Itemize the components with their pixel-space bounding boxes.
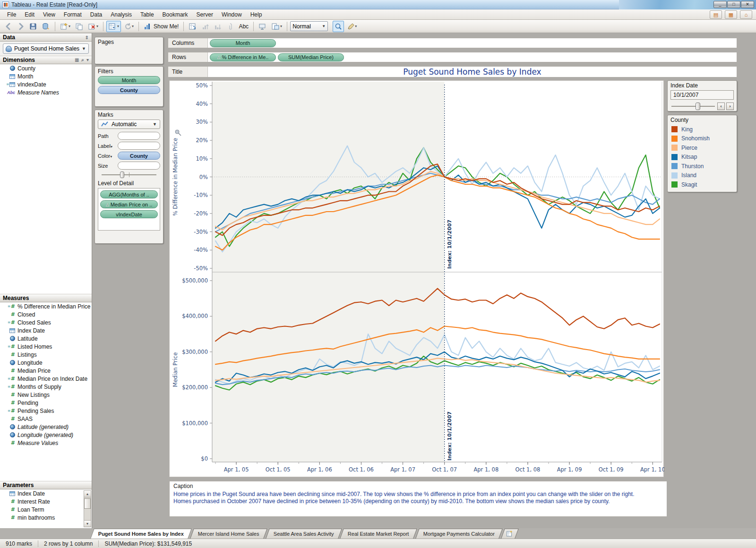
maximize-button[interactable]: □ xyxy=(727,1,740,8)
swap-rows-columns-button[interactable]: ▾ xyxy=(106,21,121,32)
dimension-month[interactable]: Month xyxy=(0,72,92,80)
parameter-index-date[interactable]: Index Date xyxy=(0,489,92,497)
parameters-header[interactable]: Parameters xyxy=(0,481,92,489)
page-setup-button[interactable]: ▾ xyxy=(269,21,284,32)
highlight-button[interactable] xyxy=(333,21,344,32)
parameter-min-bathrooms[interactable]: #min bathrooms xyxy=(0,514,92,522)
field-pill-median-price-on-[interactable]: △Median Price on .. xyxy=(100,200,158,208)
size-shelf[interactable] xyxy=(118,162,160,170)
label-shelf[interactable] xyxy=(118,142,160,150)
index-date-card[interactable]: Index Date 10/1/2007 ‹ › xyxy=(667,80,737,111)
measure-closed-sales[interactable]: =#Closed Sales xyxy=(0,318,92,326)
parameter-interest-rate[interactable]: #Interest Rate xyxy=(0,497,92,505)
duplicate-sheet-button[interactable] xyxy=(73,21,85,32)
dimensions-menu-icon[interactable]: ▾ xyxy=(86,57,89,63)
sort-datasources-icon[interactable]: ⇕ xyxy=(85,35,89,40)
measure-measure-values[interactable]: #Measure Values xyxy=(0,439,92,447)
measure-pending[interactable]: #Pending xyxy=(0,399,92,407)
save-button[interactable] xyxy=(27,21,39,32)
measure-longitude[interactable]: Longitude xyxy=(0,359,92,367)
caption-card[interactable]: Caption Home prices in the Puget Sound a… xyxy=(169,481,667,517)
index-date-slider[interactable] xyxy=(670,103,716,110)
annotate-button[interactable]: ▾ xyxy=(345,21,359,32)
measure-listings[interactable]: #Listings xyxy=(0,351,92,359)
sort-ascending-button[interactable] xyxy=(200,21,211,32)
sheet-tab-5[interactable]: Mortgage Payments Calculator xyxy=(415,529,503,539)
columns-shelf[interactable]: Columns Month xyxy=(168,38,737,48)
dimension-county[interactable]: County xyxy=(0,64,92,72)
menu-edit[interactable]: Edit xyxy=(20,10,39,19)
field-pill-county[interactable]: County xyxy=(98,86,160,94)
sheet-tab-4[interactable]: Real Estate Market Report xyxy=(340,529,417,539)
data-pane-header[interactable]: Data ⇕ xyxy=(0,33,92,42)
menu-format[interactable]: Format xyxy=(60,10,86,19)
measure-latitude-generated-[interactable]: Latitude (generated) xyxy=(0,423,92,431)
chart-view[interactable]: 50%40%30%20%10%0%-10%-20%-30%-40%-50%$50… xyxy=(169,80,664,477)
legend-item-kitsap[interactable]: Kitsap xyxy=(670,153,734,162)
measure-closed[interactable]: #Closed xyxy=(0,310,92,318)
marks-card[interactable]: Marks Automatic ▼ Path Label▾ Color▾ Cou… xyxy=(94,110,163,244)
new-worksheet-button[interactable]: ▾ xyxy=(58,21,72,32)
view-toggle-grid-icon[interactable]: ▦ xyxy=(725,10,737,19)
menu-table[interactable]: Table xyxy=(136,10,158,19)
parameters-scrollbar[interactable]: ▲ ▼ xyxy=(84,490,91,527)
view-toggle-list-icon[interactable]: ▤ xyxy=(710,10,722,19)
measure--difference-in-median-price[interactable]: =#% Difference in Median Price xyxy=(0,302,92,310)
dimensions-header[interactable]: Dimensions ▦ ⌕ ▾ xyxy=(0,56,92,64)
level-of-detail-shelf[interactable]: AGG(Months of ..△Median Price on ..vInde… xyxy=(98,188,160,231)
menu-view[interactable]: View xyxy=(39,10,60,19)
legend-item-pierce[interactable]: Pierce xyxy=(670,143,734,153)
scrollbar-thumb[interactable] xyxy=(84,498,91,509)
measure-longitude-generated-[interactable]: Longitude (generated) xyxy=(0,431,92,439)
measure-new-listings[interactable]: #New Listings xyxy=(0,391,92,399)
measure-latitude[interactable]: Latitude xyxy=(0,334,92,342)
sheet-tab-3[interactable]: Seattle Area Sales Activity xyxy=(266,529,342,539)
rows-shelf[interactable]: Rows △% Difference in Me..SUM(Median Pri… xyxy=(168,52,737,62)
county-legend[interactable]: County KingSnohomishPierceKitsapThurston… xyxy=(667,115,737,192)
back-button[interactable] xyxy=(3,21,14,32)
measure-pending-sales[interactable]: =#Pending Sales xyxy=(0,407,92,415)
clear-sheet-button[interactable]: ▾ xyxy=(86,21,100,32)
index-date-value[interactable]: 10/1/2007 xyxy=(670,90,734,100)
index-date-prev-button[interactable]: ‹ xyxy=(717,103,725,110)
view-data-icon[interactable]: ▦ xyxy=(75,57,79,63)
menu-analysis[interactable]: Analysis xyxy=(106,10,136,19)
dimension-measure-names[interactable]: AbcMeasure Names xyxy=(0,88,92,96)
field-pill-sum-median-price-[interactable]: SUM(Median Price) xyxy=(278,53,344,61)
home-icon[interactable]: ⌂ xyxy=(740,10,752,19)
index-date-next-button[interactable]: › xyxy=(726,103,734,110)
measure-listed-homes[interactable]: =#Listed Homes xyxy=(0,342,92,351)
menu-server[interactable]: Server xyxy=(192,10,217,19)
sort-descending-button[interactable] xyxy=(212,21,223,32)
legend-item-skagit[interactable]: Skagit xyxy=(670,180,734,189)
menu-bookmark[interactable]: Bookmark xyxy=(158,10,192,19)
menu-help[interactable]: Help xyxy=(246,10,266,19)
field-pill-vindexdate[interactable]: vIndexDate xyxy=(100,210,158,218)
color-shelf-pill[interactable]: County xyxy=(118,152,160,160)
field-pill-agg-months-of-[interactable]: AGG(Months of .. xyxy=(100,190,158,198)
group-members-button[interactable] xyxy=(224,21,236,32)
field-pill-month[interactable]: Month xyxy=(210,39,276,47)
label-shelf-label[interactable]: Label▾ xyxy=(98,143,116,149)
presentation-mode-button[interactable] xyxy=(257,21,268,32)
sheet-tab-2[interactable]: Mercer Island Home Sales xyxy=(190,529,267,539)
measure-index-date[interactable]: Index Date xyxy=(0,326,92,334)
legend-item-thurston[interactable]: Thurston xyxy=(670,162,734,171)
measure-median-price-on-index-date[interactable]: =#Median Price on Index Date xyxy=(0,375,92,383)
scroll-up-icon[interactable]: ▲ xyxy=(84,491,91,497)
run-update-button[interactable]: ▾ xyxy=(122,21,136,32)
menu-file[interactable]: File xyxy=(3,10,20,19)
sheet-tab-1[interactable]: Puget Sound Home Sales by Index xyxy=(90,529,192,539)
size-slider-thumb[interactable] xyxy=(120,171,124,178)
window-titlebar[interactable]: Tableau - Real Estate [Read-Only] _ □ ✕ xyxy=(0,0,756,9)
datasource-selector[interactable]: Puget Sound Home Sales ▼ xyxy=(3,43,89,54)
connect-data-button[interactable] xyxy=(40,21,52,32)
index-date-slider-thumb[interactable] xyxy=(696,103,700,110)
menu-window[interactable]: Window xyxy=(217,10,246,19)
fit-mode-select[interactable]: Normal ▼ xyxy=(290,21,328,31)
minimize-button[interactable]: _ xyxy=(713,1,727,8)
measure-months-of-supply[interactable]: =#Months of Supply xyxy=(0,383,92,391)
menu-data[interactable]: Data xyxy=(86,10,106,19)
close-button[interactable]: ✕ xyxy=(741,1,754,8)
find-field-icon[interactable]: ⌕ xyxy=(81,57,84,63)
